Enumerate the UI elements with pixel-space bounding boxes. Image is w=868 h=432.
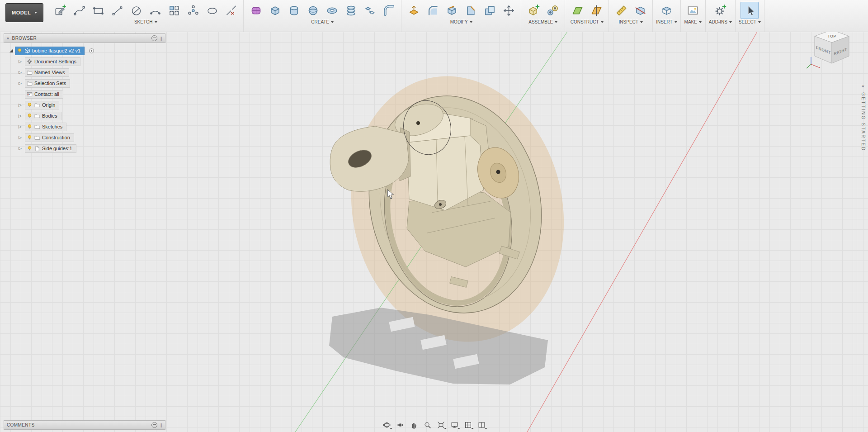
toolbar-menu-add-ins[interactable]: ADD-INS — [709, 19, 732, 24]
toolbar-menu-inspect[interactable]: INSPECT — [619, 19, 643, 24]
toolbar-menu-create[interactable]: CREATE — [311, 19, 334, 24]
sphere-button[interactable] — [304, 2, 322, 19]
expand-arrow-icon[interactable]: ▷ — [17, 103, 23, 107]
spline-button[interactable] — [70, 2, 88, 19]
chevron-down-icon — [331, 21, 334, 23]
browser-item-bobine-flasque2-v2-v1[interactable]: bobine flasque2 v2 v1 — [15, 47, 85, 55]
pan-nav-button[interactable] — [408, 420, 420, 430]
activate-component-radio[interactable] — [89, 48, 94, 54]
expand-arrow-icon[interactable]: ▷ — [17, 70, 23, 75]
toolbar-menu-assemble[interactable]: ASSEMBLE — [528, 19, 557, 24]
expanded-arrow-icon[interactable] — [9, 49, 13, 52]
pipe-button[interactable] — [380, 2, 398, 19]
browser-item-selection-sets[interactable]: Selection Sets — [25, 79, 70, 88]
visibility-bulb-icon — [27, 146, 33, 152]
plane-button[interactable] — [568, 2, 586, 19]
coil-button[interactable] — [342, 2, 360, 19]
toolbar-group-add-ins-icons — [711, 2, 729, 19]
zoom-icon — [424, 421, 431, 429]
look-at-nav-button[interactable] — [395, 420, 406, 430]
browser-item-bodies[interactable]: Bodies — [25, 112, 61, 120]
expand-arrow-icon[interactable]: ▷ — [17, 124, 23, 129]
browser-panel: « BROWSER ∥ bobine flasque2 v2 v1▷Docume… — [4, 33, 165, 154]
make-button[interactable] — [684, 2, 702, 19]
expand-arrow-icon[interactable]: ▷ — [17, 135, 23, 140]
shell-button[interactable] — [443, 2, 461, 19]
folder-icon — [27, 70, 33, 76]
browser-row-named-views: ▷Named Views — [4, 67, 165, 78]
toolbar-menu-inspect-label: INSPECT — [619, 19, 638, 24]
comments-grip-icon[interactable]: ∥ — [160, 423, 163, 427]
axis-button[interactable] — [587, 2, 605, 19]
ellipse-button[interactable] — [203, 2, 221, 19]
zoom-nav-button[interactable] — [422, 420, 433, 430]
circle-button[interactable] — [127, 2, 145, 19]
chamfer-button[interactable] — [462, 2, 480, 19]
pattern-3d-button[interactable] — [361, 2, 379, 19]
comments-options-icon[interactable] — [151, 422, 157, 428]
circ-pattern-button[interactable] — [184, 2, 202, 19]
browser-item-named-views-label: Named Views — [34, 70, 65, 75]
display-nav-button[interactable] — [449, 420, 460, 430]
expand-arrow-icon[interactable]: ▷ — [17, 59, 23, 64]
orbit-nav-button[interactable] — [381, 420, 392, 430]
measure-button[interactable] — [612, 2, 630, 19]
toolbar-menu-sketch[interactable]: SKETCH — [134, 19, 157, 24]
browser-item-side-guides-1[interactable]: Side guides:1 — [25, 144, 76, 153]
browser-item-origin[interactable]: Origin — [25, 101, 59, 109]
cylinder-button[interactable] — [285, 2, 303, 19]
toolbar-menu-construct-label: CONSTRUCT — [571, 19, 599, 24]
browser-item-sketches[interactable]: Sketches — [25, 123, 66, 131]
line-button[interactable] — [108, 2, 126, 19]
toolbar-menu-select[interactable]: SELECT — [739, 19, 761, 24]
browser-item-construction[interactable]: Construction — [25, 133, 74, 142]
component-icon — [24, 48, 30, 54]
create-sketch-button[interactable] — [51, 2, 69, 19]
browser-item-document-settings-label: Document Settings — [34, 59, 76, 64]
press-pull-button[interactable] — [405, 2, 423, 19]
move-button[interactable] — [500, 2, 518, 19]
panel-grip-icon[interactable]: ∥ — [160, 36, 163, 41]
browser-item-bodies-label: Bodies — [42, 113, 57, 119]
expand-arrow-icon[interactable]: ▷ — [17, 114, 23, 118]
trim-button[interactable] — [222, 2, 240, 19]
collapse-panel-icon[interactable]: « — [7, 36, 9, 41]
section-button[interactable] — [631, 2, 649, 19]
browser-item-document-settings[interactable]: Document Settings — [25, 57, 80, 66]
select-button[interactable] — [741, 2, 759, 19]
expand-arrow-icon[interactable]: ▷ — [17, 146, 23, 151]
toolbar-menu-construct[interactable]: CONSTRUCT — [571, 19, 604, 24]
toolbar-menu-insert[interactable]: INSERT — [656, 19, 677, 24]
grid-nav-button[interactable] — [462, 420, 474, 430]
viewcube[interactable]: TOP FRONT RIGHT — [805, 25, 859, 74]
toolbar-menu-make-label: MAKE — [684, 19, 697, 24]
viewports-nav-button[interactable] — [476, 420, 487, 430]
fit-nav-button[interactable] — [435, 420, 447, 430]
create-form-button[interactable] — [247, 2, 265, 19]
expand-arrow-icon[interactable]: ▷ — [17, 81, 23, 85]
toolbar-group-sketch-icons — [51, 2, 240, 19]
getting-started-tab[interactable]: GETTING STARTED — [861, 92, 866, 151]
browser-item-side-guides-1-label: Side guides:1 — [42, 146, 72, 151]
torus-button[interactable] — [323, 2, 341, 19]
toolbar-menu-sketch-label: SKETCH — [134, 19, 153, 24]
toolbar-menu-make[interactable]: MAKE — [684, 19, 702, 24]
browser-item-contact-all[interactable]: Contact: all — [25, 90, 63, 99]
combine-button[interactable] — [481, 2, 499, 19]
browser-item-named-views[interactable]: Named Views — [25, 68, 69, 77]
fillet-button[interactable] — [424, 2, 442, 19]
rect-pattern-button[interactable] — [165, 2, 183, 19]
toolbar-menu-modify[interactable]: MODIFY — [450, 19, 472, 24]
expand-panel-icon[interactable]: « — [862, 83, 864, 89]
insert-button[interactable] — [657, 2, 675, 19]
rectangle-button[interactable] — [89, 2, 107, 19]
comments-header[interactable]: COMMENTS ∥ — [4, 420, 165, 430]
panel-options-icon[interactable] — [151, 35, 157, 41]
arc-button[interactable] — [146, 2, 164, 19]
box-button[interactable] — [266, 2, 284, 19]
browser-header[interactable]: « BROWSER ∥ — [4, 33, 165, 43]
joint-button[interactable] — [543, 2, 561, 19]
addins-button[interactable] — [711, 2, 729, 19]
workspace-switcher-button[interactable]: MODEL — [5, 3, 43, 22]
new-component-button[interactable] — [524, 2, 542, 19]
